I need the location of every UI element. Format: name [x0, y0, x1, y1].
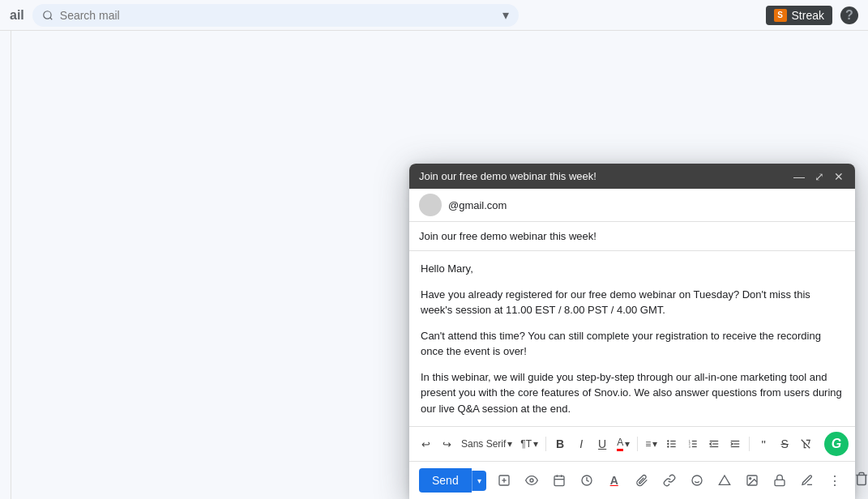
streak-icon: S — [774, 9, 787, 22]
redo-button[interactable]: ↪ — [437, 434, 456, 454]
signature-button[interactable] — [713, 469, 736, 492]
svg-point-35 — [749, 478, 750, 480]
link-button[interactable] — [658, 469, 681, 492]
fullscreen-button[interactable]: ⤢ — [813, 171, 826, 182]
svg-point-30 — [692, 476, 702, 485]
clock-button[interactable] — [575, 469, 598, 492]
clear-format-button[interactable] — [796, 434, 815, 454]
font-selector[interactable]: Sans Serif ▾ — [458, 435, 515, 453]
list-bullet-button[interactable] — [662, 434, 682, 454]
more-options-button[interactable]: ⋮ — [825, 470, 844, 492]
list-number-icon: 123 — [687, 438, 699, 450]
text-color-a: A — [617, 437, 623, 451]
delete-draft-button[interactable] — [851, 468, 868, 493]
lock-button[interactable] — [768, 469, 791, 492]
compose-modal: Join our free demo webinar this week! — … — [409, 164, 855, 499]
text-a-icon: A — [610, 474, 618, 487]
indent-more-button[interactable] — [725, 434, 745, 454]
paperclip-icon — [635, 474, 648, 487]
text-color-button[interactable]: A — [603, 469, 626, 492]
indent-less-button[interactable] — [704, 434, 724, 454]
pen-button[interactable] — [796, 469, 819, 492]
list-bullet-icon — [666, 438, 678, 450]
streak-add-button[interactable] — [493, 469, 515, 492]
grammarly-icon: G — [832, 437, 841, 451]
view-button[interactable] — [520, 469, 543, 492]
svg-point-7 — [668, 446, 669, 447]
underline-button[interactable]: U — [592, 434, 612, 454]
search-bar[interactable]: ▾ — [32, 4, 519, 27]
avatar — [419, 194, 442, 216]
minimize-button[interactable]: — — [792, 171, 806, 182]
indent-more-icon — [729, 438, 741, 450]
strikethrough-button[interactable]: S — [775, 434, 794, 454]
clock-icon — [580, 474, 593, 487]
svg-point-6 — [668, 443, 669, 444]
font-name: Sans Serif — [461, 438, 506, 450]
send-options-dropdown[interactable]: ▾ — [472, 471, 486, 491]
email-body[interactable]: Hello Mary, Have you already registered … — [409, 251, 855, 426]
bottom-actions: A — [493, 469, 819, 492]
formatting-toolbar: ↩ ↪ Sans Serif ▾ ¶T ▾ B I U A ▾ ≡ ▾ — [409, 426, 855, 461]
svg-point-5 — [668, 441, 669, 441]
font-size-selector[interactable]: ¶T ▾ — [517, 435, 541, 453]
to-field-row: @gmail.com — [409, 189, 855, 222]
undo-button[interactable]: ↩ — [416, 434, 435, 454]
search-dropdown-icon[interactable]: ▾ — [502, 7, 509, 23]
subject-value: Join our free demo webinar this week! — [419, 230, 596, 242]
svg-rect-36 — [775, 480, 785, 485]
body-line2: Can't attend this time? You can still co… — [421, 328, 844, 360]
lock-icon — [773, 474, 786, 487]
trash-icon — [854, 471, 868, 486]
plus-icon — [498, 474, 511, 487]
svg-marker-33 — [719, 476, 729, 484]
body-line3: In this webinar, we will guide you step-… — [421, 369, 844, 417]
svg-line-1 — [50, 17, 53, 19]
text-color-dropdown-icon: ▾ — [625, 438, 630, 450]
image-button[interactable] — [741, 469, 763, 492]
modal-actions: — ⤢ ✕ — [792, 171, 845, 182]
separator-1 — [545, 437, 546, 451]
help-icon[interactable]: ? — [840, 6, 858, 24]
pen-icon — [801, 474, 814, 487]
bottom-action-bar: Send ▾ A — [409, 461, 855, 499]
align-selector[interactable]: ≡ ▾ — [642, 435, 661, 453]
triangle-icon — [718, 474, 731, 487]
list-number-button[interactable]: 123 — [683, 434, 703, 454]
bold-button[interactable]: B — [550, 434, 570, 454]
font-size-dropdown-icon: ▾ — [533, 438, 538, 450]
text-color-selector[interactable]: A ▾ — [614, 433, 633, 454]
clear-format-icon — [800, 438, 811, 450]
svg-point-24 — [530, 479, 533, 482]
emoji-button[interactable] — [686, 469, 708, 492]
search-input[interactable] — [60, 9, 496, 22]
modal-title: Join our free demo webinar this week! — [419, 170, 596, 182]
image-icon — [746, 474, 759, 487]
send-button[interactable]: Send — [419, 468, 472, 493]
streak-label: Streak — [792, 9, 824, 22]
background-area: Join our free demo webinar this week! — … — [0, 31, 868, 499]
gmail-logo: ail — [10, 8, 24, 23]
modal-header: Join our free demo webinar this week! — … — [409, 164, 855, 189]
grammarly-button[interactable]: G — [824, 432, 849, 456]
left-sidebar — [0, 31, 11, 499]
body-greeting: Hello Mary, — [421, 261, 844, 277]
italic-button[interactable]: I — [571, 434, 591, 454]
subject-row: Join our free demo webinar this week! — [409, 222, 855, 251]
schedule-button[interactable] — [548, 469, 571, 492]
separator-3 — [749, 437, 750, 451]
align-icon: ≡ — [645, 438, 651, 450]
email-fields: @gmail.com Join our free demo webinar th… — [409, 189, 855, 251]
blockquote-button[interactable]: " — [754, 434, 773, 454]
to-value: @gmail.com — [448, 199, 507, 211]
svg-point-0 — [44, 11, 51, 18]
streak-area: S Streak — [766, 6, 832, 25]
close-button[interactable]: ✕ — [832, 171, 845, 182]
send-button-group: Send ▾ — [419, 468, 486, 493]
calendar-icon — [553, 474, 566, 487]
search-icon — [42, 10, 53, 21]
attach-button[interactable] — [631, 469, 653, 492]
smiley-icon — [691, 474, 703, 487]
indent-less-icon — [708, 438, 720, 450]
link-icon — [663, 474, 676, 487]
